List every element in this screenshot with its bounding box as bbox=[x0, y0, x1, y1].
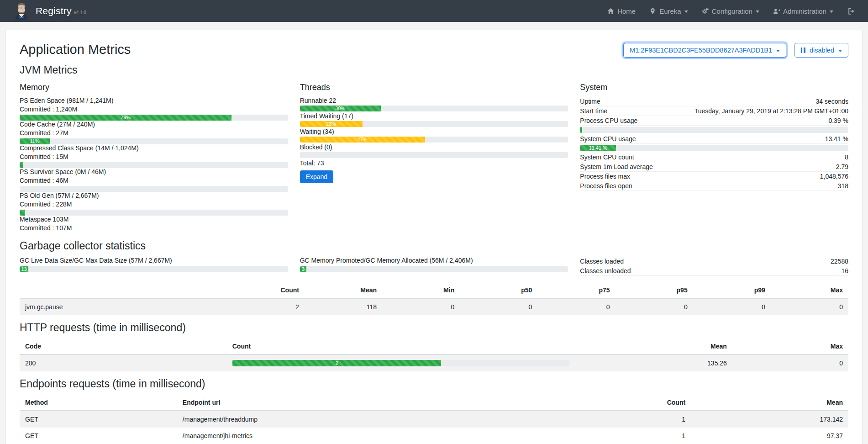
metric-committed: Committed : 15M bbox=[20, 153, 288, 161]
gc-table: Count Mean Min p50 p75 p95 p99 Max jvm.g… bbox=[20, 282, 848, 315]
system-row: System CPU usage 13.41 % bbox=[580, 134, 848, 144]
http-requests-table: Code Count Mean Max 200 2 135.26 0 bbox=[20, 338, 848, 371]
progress-track bbox=[20, 162, 288, 168]
system-row: System 1m Load average 2.79 bbox=[580, 162, 848, 172]
progress-track: 2 bbox=[232, 360, 569, 366]
cell-p75: 0 bbox=[537, 298, 615, 315]
threads-column: Threads Runnable 22 30% Timed Waiting (1… bbox=[300, 81, 568, 233]
progress-label: 2 bbox=[336, 360, 338, 366]
system-row: Process CPU usage 0.39 % bbox=[580, 116, 848, 126]
column-header: Max bbox=[771, 282, 848, 298]
progress-fill: 3 bbox=[300, 266, 306, 272]
progress-track: 13.41 % bbox=[580, 145, 848, 151]
brand-link[interactable]: Registry v4.1.0 bbox=[36, 5, 86, 16]
nav-menu: Home Eureka Configuration Administration bbox=[600, 7, 856, 15]
progress-fill: 13 bbox=[20, 266, 28, 272]
column-header: p99 bbox=[693, 282, 771, 298]
nav-item-home[interactable]: Home bbox=[600, 7, 642, 15]
column-header: Mean bbox=[691, 395, 848, 411]
system-row-value: 34 seconds bbox=[815, 98, 848, 106]
classes-row: Classes unloaded 16 bbox=[580, 266, 848, 276]
metric-title: Runnable 22 bbox=[300, 97, 568, 105]
eureka-icon bbox=[649, 8, 656, 15]
column-header: Count bbox=[550, 395, 691, 411]
metric-title: Blocked (0) bbox=[300, 143, 568, 151]
nav-item-eureka[interactable]: Eureka bbox=[642, 7, 695, 15]
gc-classes: Classes loaded 22588 Classes unloaded 16 bbox=[580, 257, 848, 276]
cell-p99: 0 bbox=[693, 298, 771, 315]
column-header: p75 bbox=[537, 282, 615, 298]
system-row: Start time Tuesday, January 29, 2019 at … bbox=[580, 106, 848, 116]
progress-track: 3 bbox=[300, 266, 568, 272]
system-column: System Uptime 34 seconds Start time Tues… bbox=[580, 81, 848, 233]
expand-button[interactable]: Expand bbox=[300, 170, 333, 183]
progress-fill: 13.41 % bbox=[580, 145, 616, 151]
cell-method: GET bbox=[20, 428, 177, 444]
thread-item: Timed Waiting (17) 23% bbox=[300, 112, 568, 127]
column-header: Max bbox=[732, 338, 848, 354]
cell-count: 1 bbox=[550, 428, 691, 444]
gc-live-data: GC Live Data Size/GC Max Data Size (57M … bbox=[20, 257, 288, 276]
refresh-toggle-label: disabled bbox=[810, 47, 834, 54]
endpoints-requests-heading: Endpoints requests (time in millisecond) bbox=[20, 378, 848, 390]
progress-fill: 2 bbox=[232, 360, 442, 366]
system-row: Process files max 1,048,576 bbox=[580, 172, 848, 181]
cell-mean: 173.142 bbox=[691, 411, 848, 428]
cell-code: 200 bbox=[20, 354, 227, 371]
metric-title: GC Live Data Size/GC Max Data Size (57M … bbox=[20, 257, 288, 264]
threads-heading: Threads bbox=[300, 83, 568, 92]
cell-mean: 135.26 bbox=[575, 354, 732, 371]
memory-column: Memory PS Eden Space (981M / 1,241M) Com… bbox=[20, 81, 288, 233]
cell-count-bar: 2 bbox=[227, 354, 575, 371]
metric-committed: Committed : 107M bbox=[20, 224, 288, 232]
cell-count: 2 bbox=[227, 298, 305, 315]
classes-row-label: Classes loaded bbox=[580, 258, 624, 265]
table-row: GET /management/jhi-metrics 1 97.37 bbox=[20, 428, 848, 444]
memory-item: Compressed Class Space (14M / 1,024M) Co… bbox=[20, 144, 288, 168]
progress-label: 13.41 % bbox=[589, 145, 607, 151]
main-card: Application Metrics M1:2F93E1CBD2C3FE55B… bbox=[5, 30, 863, 444]
cell-method: GET bbox=[20, 411, 177, 428]
progress-fill bbox=[20, 210, 25, 216]
metric-committed: Committed : 27M bbox=[20, 129, 288, 137]
progress-fill: 11% bbox=[20, 138, 50, 144]
column-header: Method bbox=[20, 395, 177, 411]
column-header: Min bbox=[382, 282, 460, 298]
progress-label: 3 bbox=[302, 266, 305, 272]
system-row-label: Process CPU usage bbox=[580, 117, 637, 125]
system-row: System CPU count 8 bbox=[580, 153, 848, 162]
progress-track: 30% bbox=[300, 106, 568, 111]
metric-title: PS Eden Space (981M / 1,241M) bbox=[20, 97, 288, 105]
column-header: Mean bbox=[305, 282, 382, 298]
system-heading: System bbox=[580, 83, 848, 92]
thread-item: Waiting (34) 47% bbox=[300, 128, 568, 143]
cell-mean: 97.37 bbox=[691, 428, 848, 444]
progress-track: 23% bbox=[300, 121, 568, 127]
http-requests-heading: HTTP requests (time in millisecond) bbox=[20, 322, 848, 334]
progress-fill: 47% bbox=[300, 137, 425, 143]
system-row-label: Process files open bbox=[580, 182, 632, 190]
system-row: Uptime 34 seconds bbox=[580, 97, 848, 106]
progress-track: 79% bbox=[20, 115, 288, 121]
progress-label: 23% bbox=[326, 121, 336, 127]
sign-out-button[interactable] bbox=[840, 7, 856, 15]
cell-mean: 118 bbox=[305, 298, 382, 315]
nav-item-administration[interactable]: Administration bbox=[766, 7, 840, 15]
instance-selector-dropdown[interactable]: M1:2F93E1CBD2C3FE55BDD8627A3FADD1B1 bbox=[623, 43, 786, 58]
memory-item: PS Survivor Space (0M / 46M) Committed :… bbox=[20, 168, 288, 192]
system-row-label: System CPU usage bbox=[580, 135, 636, 143]
nav-item-configuration[interactable]: Configuration bbox=[695, 7, 766, 15]
metric-title: Waiting (34) bbox=[300, 128, 568, 136]
header-controls: M1:2F93E1CBD2C3FE55BDD8627A3FADD1B1 disa… bbox=[623, 43, 848, 58]
memory-item: Metaspace 103M Committed : 107M bbox=[20, 216, 288, 232]
metric-title: Compressed Class Space (14M / 1,024M) bbox=[20, 144, 288, 152]
gc-table-header-row: Count Mean Min p50 p75 p95 p99 Max bbox=[20, 282, 848, 298]
progress-track: 11% bbox=[20, 138, 288, 144]
cell-url: /management/threaddump bbox=[177, 411, 550, 428]
progress-label: 79% bbox=[121, 115, 131, 121]
thread-item: Runnable 22 30% bbox=[300, 97, 568, 111]
refresh-toggle-dropdown[interactable]: disabled bbox=[794, 43, 848, 58]
memory-item: PS Eden Space (981M / 1,241M) Committed … bbox=[20, 97, 288, 121]
chevron-down-icon bbox=[776, 50, 780, 52]
progress-track: 47% bbox=[300, 137, 568, 143]
